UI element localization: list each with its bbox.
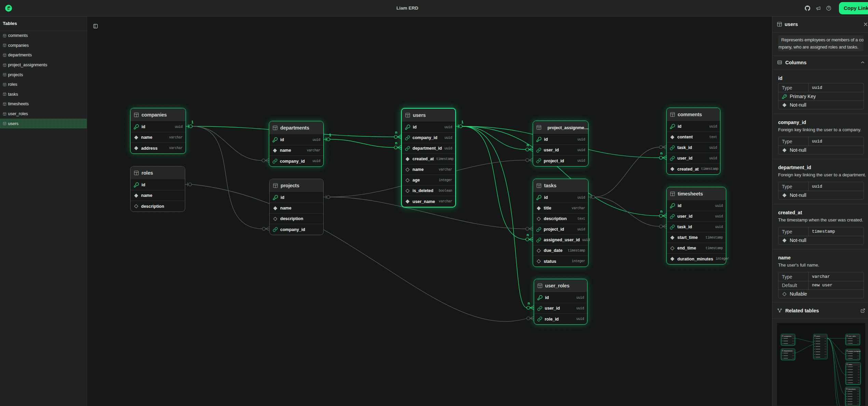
svg-text:1: 1: [329, 133, 331, 137]
svg-text:tasks: tasks: [849, 364, 852, 365]
svg-text:n: n: [527, 143, 529, 147]
svg-text:n: n: [527, 233, 529, 237]
svg-text:timesheets: timesheets: [848, 388, 856, 390]
svg-text:n: n: [528, 301, 530, 305]
svg-text:departments: departments: [784, 350, 793, 352]
svg-text:n: n: [660, 209, 663, 213]
svg-text:user_roles: user_roles: [849, 335, 856, 337]
svg-text:project_assignme: project_assignme: [849, 350, 861, 352]
svg-text:users: users: [816, 335, 820, 337]
svg-text:1: 1: [461, 120, 463, 124]
svg-text:n: n: [660, 151, 663, 155]
svg-text:n: n: [395, 130, 397, 134]
svg-text:1: 1: [191, 120, 193, 124]
svg-text:companies: companies: [784, 335, 792, 337]
svg-text:n: n: [395, 141, 397, 145]
